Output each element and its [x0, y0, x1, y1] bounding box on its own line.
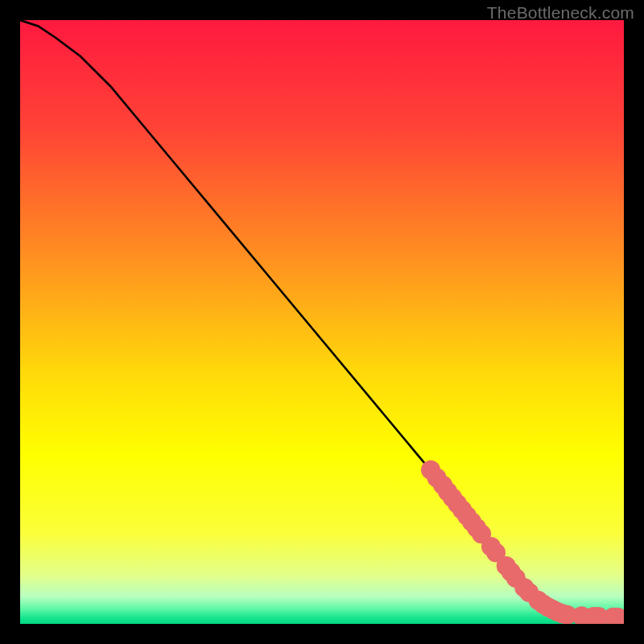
- chart-svg: [20, 20, 624, 624]
- chart-background: [20, 20, 624, 624]
- chart-frame: TheBottleneck.com: [0, 0, 644, 644]
- chart-plot-area: [20, 20, 624, 624]
